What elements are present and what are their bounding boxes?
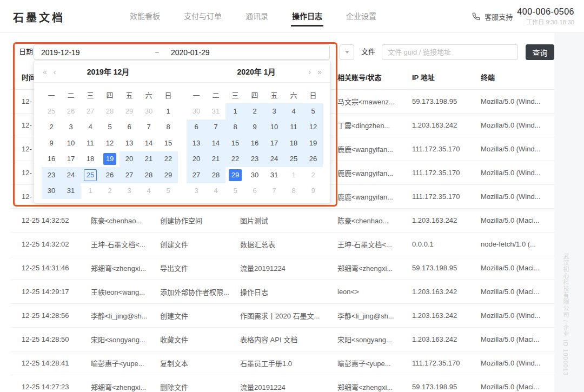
calendar-day[interactable]: 22 (225, 151, 245, 168)
calendar-day[interactable]: 17 (264, 135, 284, 151)
prev-month-icon[interactable]: ‹ (54, 68, 56, 76)
date-range-input[interactable]: 2019-12-19 ~ 2020-01-29 (34, 44, 330, 60)
calendar-day[interactable]: 27 (120, 167, 139, 183)
calendar-day[interactable]: 25 (284, 151, 303, 168)
calendar-day[interactable]: 1 (225, 103, 245, 119)
table-row[interactable]: 12-25 14:31:46郑细弯<zhengxi...导出文件流量201912… (11, 256, 554, 280)
calendar-day[interactable]: 31 (264, 167, 284, 183)
calendar-day[interactable]: 26 (61, 103, 81, 119)
calendar-day[interactable]: 17 (61, 151, 81, 168)
calendar-day[interactable]: 29 (158, 167, 178, 183)
calendar-day[interactable]: 8 (225, 119, 245, 136)
calendar-day[interactable]: 25 (42, 103, 61, 119)
calendar-day[interactable]: 4 (284, 103, 303, 119)
calendar-day[interactable]: 3 (120, 183, 139, 200)
calendar-day[interactable]: 28 (100, 103, 120, 119)
table-row[interactable]: 12-25 14:29:17王轶leon<wang...添加外部协作者权限...… (11, 280, 554, 304)
calendar-day[interactable]: 2 (42, 119, 61, 136)
nav-item-payment[interactable]: 支付与订单 (184, 0, 222, 32)
table-row[interactable]: 12-25 14:27:23郑细弯<zhengxi...删除文件流量201912… (11, 375, 554, 392)
calendar-day[interactable]: 2 (100, 183, 120, 200)
calendar-day[interactable]: 26 (100, 167, 120, 183)
calendar-day[interactable]: 29 (120, 103, 139, 119)
calendar-day[interactable]: 14 (139, 135, 158, 151)
calendar-day[interactable]: 3 (264, 103, 284, 119)
calendar-day[interactable]: 5 (225, 183, 245, 200)
calendar-day[interactable]: 30 (139, 103, 158, 119)
calendar-day[interactable]: 9 (303, 183, 323, 200)
calendar-day[interactable]: 13 (120, 135, 139, 151)
calendar-day[interactable]: 1 (284, 167, 303, 183)
calendar-day[interactable]: 20 (187, 151, 206, 168)
calendar-day[interactable]: 19 (303, 135, 323, 151)
calendar-day[interactable]: 27 (187, 167, 206, 183)
calendar-day[interactable]: 4 (81, 119, 100, 136)
calendar-day[interactable]: 5 (100, 119, 120, 136)
calendar-day[interactable]: 16 (42, 151, 61, 168)
calendar-day[interactable]: 30 (245, 167, 264, 183)
next-month-icon[interactable]: › (309, 68, 311, 76)
calendar-day[interactable]: 6 (120, 119, 139, 136)
app-logo[interactable]: 石墨文档 (13, 9, 65, 25)
calendar-day[interactable]: 21 (139, 151, 158, 168)
calendar-day[interactable]: 22 (158, 151, 178, 168)
calendar-day[interactable]: 7 (264, 183, 284, 200)
calendar-day[interactable]: 24 (264, 151, 284, 168)
date-end-value[interactable]: 2020-01-29 (171, 48, 210, 57)
calendar-day[interactable]: 26 (303, 151, 323, 168)
calendar-day[interactable]: 23 (42, 167, 61, 183)
calendar-day[interactable]: 7 (206, 119, 225, 136)
calendar-day[interactable]: 12 (303, 119, 323, 136)
calendar-day[interactable]: 2 (303, 167, 323, 183)
calendar-day[interactable]: 13 (187, 135, 206, 151)
calendar-day[interactable]: 11 (284, 119, 303, 136)
calendar-day[interactable]: 3 (61, 119, 81, 136)
calendar-day[interactable]: 31 (206, 103, 225, 119)
calendar-day[interactable]: 16 (245, 135, 264, 151)
calendar-day[interactable]: 1 (81, 183, 100, 200)
calendar-day[interactable]: 18 (81, 151, 100, 168)
table-row[interactable]: 12-25 14:28:50宋阳<songyang...收藏文件表格内容 API… (11, 328, 554, 351)
calendar-day[interactable]: 27 (81, 103, 100, 119)
calendar-day[interactable]: 8 (158, 119, 178, 136)
calendar-day[interactable]: 21 (206, 151, 225, 168)
calendar-day[interactable]: 20 (120, 151, 139, 168)
calendar-day[interactable]: 5 (303, 103, 323, 119)
calendar-day[interactable]: 23 (245, 151, 264, 168)
calendar-day[interactable]: 18 (284, 135, 303, 151)
date-start-value[interactable]: 2019-12-19 (41, 48, 155, 57)
calendar-day[interactable]: 28 (206, 167, 225, 183)
calendar-day[interactable]: 14 (206, 135, 225, 151)
calendar-day[interactable]: 30 (42, 183, 61, 200)
file-search-input[interactable] (382, 44, 518, 60)
calendar-day[interactable]: 2 (245, 103, 264, 119)
calendar-day[interactable]: 24 (61, 167, 81, 183)
table-row[interactable]: 12-25 14:32:52陈豪<chenhao...创建协作空间图片测试陈豪<… (11, 209, 554, 232)
calendar-day[interactable]: 6 (245, 183, 264, 200)
calendar-day[interactable]: 12 (100, 135, 120, 151)
calendar-day[interactable]: 28 (139, 167, 158, 183)
calendar-day[interactable]: 9 (42, 135, 61, 151)
date-type-select[interactable] (340, 44, 354, 60)
calendar-day[interactable]: 5 (158, 183, 178, 200)
table-row[interactable]: 12-25 14:28:41喻彭惠子<yupe...复制文本石墨员工手册1.0喻… (11, 351, 554, 375)
calendar-day[interactable]: 1 (158, 103, 178, 119)
calendar-day[interactable]: 4 (139, 183, 158, 200)
nav-item-logs[interactable]: 操作日志 (292, 0, 322, 32)
calendar-day[interactable]: 9 (245, 119, 264, 136)
nav-item-contacts[interactable]: 通讯录 (245, 0, 268, 32)
calendar-day[interactable]: 15 (225, 135, 245, 151)
calendar-day[interactable]: 31 (61, 183, 81, 200)
calendar-day[interactable]: 25 (81, 167, 100, 183)
calendar-day[interactable]: 8 (284, 183, 303, 200)
calendar-day[interactable]: 7 (139, 119, 158, 136)
next-year-icon[interactable]: » (317, 68, 322, 76)
calendar-day[interactable]: 29 (225, 167, 245, 183)
calendar-day[interactable]: 10 (264, 119, 284, 136)
calendar-day[interactable]: 6 (187, 119, 206, 136)
calendar-day[interactable]: 19 (100, 151, 120, 168)
calendar-day[interactable]: 15 (158, 135, 178, 151)
query-button[interactable]: 查询 (526, 44, 554, 60)
nav-item-settings[interactable]: 企业设置 (346, 0, 376, 32)
calendar-day[interactable]: 4 (206, 183, 225, 200)
